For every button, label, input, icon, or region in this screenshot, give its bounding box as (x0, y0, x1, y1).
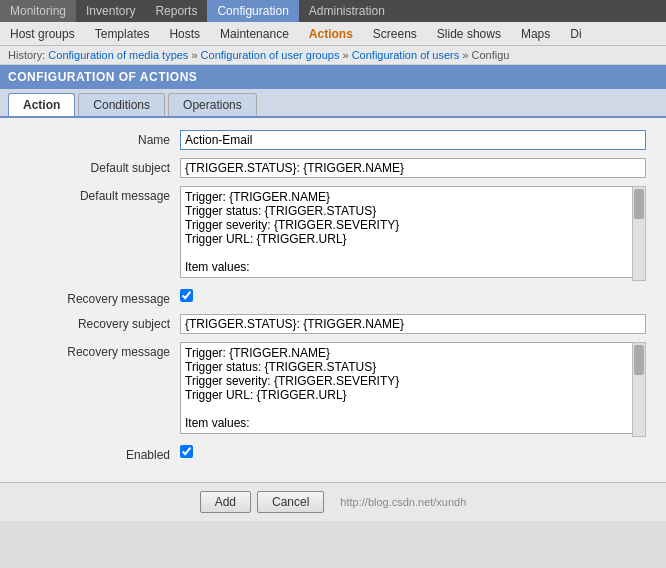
top-nav-reports[interactable]: Reports (145, 0, 207, 22)
second-nav-actions[interactable]: Actions (299, 23, 363, 45)
default-subject-row: Default subject (20, 158, 646, 178)
enabled-checkbox[interactable] (180, 445, 193, 458)
recovery-message-textarea[interactable]: Trigger: {TRIGGER.NAME} Trigger status: … (180, 342, 646, 434)
recovery-message-checkbox-label: Recovery message (20, 289, 180, 306)
tab-operations[interactable]: Operations (168, 93, 257, 116)
second-nav-maps[interactable]: Maps (511, 23, 560, 45)
default-message-label: Default message (20, 186, 180, 203)
second-nav-slide-shows[interactable]: Slide shows (427, 23, 511, 45)
recovery-message-row: Recovery message Trigger: {TRIGGER.NAME}… (20, 342, 646, 437)
default-subject-control (180, 158, 646, 178)
recovery-subject-control (180, 314, 646, 334)
default-subject-label: Default subject (20, 158, 180, 175)
breadcrumb-current: Configu (472, 49, 510, 61)
enabled-label: Enabled (20, 445, 180, 462)
recovery-message-checkbox-row: Recovery message (20, 289, 646, 306)
top-nav: Monitoring Inventory Reports Configurati… (0, 0, 666, 22)
second-nav-hosts[interactable]: Hosts (159, 23, 210, 45)
breadcrumb-user-groups[interactable]: Configuration of user groups (201, 49, 340, 61)
breadcrumb-media-types[interactable]: Configuration of media types (48, 49, 188, 61)
top-nav-administration[interactable]: Administration (299, 0, 395, 22)
name-control (180, 130, 646, 150)
form-area: Name Default subject Default message Tri… (0, 118, 666, 482)
name-row: Name (20, 130, 646, 150)
name-input[interactable] (180, 130, 646, 150)
recovery-message-wrapper: Trigger: {TRIGGER.NAME} Trigger status: … (180, 342, 646, 437)
tab-action[interactable]: Action (8, 93, 75, 116)
top-nav-configuration[interactable]: Configuration (207, 0, 298, 22)
default-message-scrollbar[interactable] (632, 186, 646, 281)
default-message-textarea[interactable]: Trigger: {TRIGGER.NAME} Trigger status: … (180, 186, 646, 278)
enabled-row: Enabled (20, 445, 646, 462)
second-nav: Host groups Templates Hosts Maintenance … (0, 22, 666, 46)
top-nav-monitoring[interactable]: Monitoring (0, 0, 76, 22)
recovery-subject-input[interactable] (180, 314, 646, 334)
add-button[interactable]: Add (200, 491, 251, 513)
recovery-subject-row: Recovery subject (20, 314, 646, 334)
second-nav-screens[interactable]: Screens (363, 23, 427, 45)
breadcrumb-users[interactable]: Configuration of users (352, 49, 460, 61)
second-nav-host-groups[interactable]: Host groups (0, 23, 85, 45)
recovery-message-scrollbar[interactable] (632, 342, 646, 437)
recovery-message-checkbox[interactable] (180, 289, 193, 302)
recovery-message-label2: Recovery message (20, 342, 180, 359)
tab-conditions[interactable]: Conditions (78, 93, 165, 116)
default-message-row: Default message Trigger: {TRIGGER.NAME} … (20, 186, 646, 281)
tabs: Action Conditions Operations (0, 89, 666, 118)
default-message-wrapper: Trigger: {TRIGGER.NAME} Trigger status: … (180, 186, 646, 281)
default-message-control: Trigger: {TRIGGER.NAME} Trigger status: … (180, 186, 646, 281)
recovery-subject-label: Recovery subject (20, 314, 180, 331)
section-title: CONFIGURATION OF ACTIONS (0, 65, 666, 89)
name-label: Name (20, 130, 180, 147)
default-message-scrollbar-thumb (634, 189, 644, 219)
recovery-message-control: Trigger: {TRIGGER.NAME} Trigger status: … (180, 342, 646, 437)
footer-url: http://blog.csdn.net/xundh (340, 496, 466, 508)
top-nav-inventory[interactable]: Inventory (76, 0, 145, 22)
second-nav-maintenance[interactable]: Maintenance (210, 23, 299, 45)
cancel-button[interactable]: Cancel (257, 491, 324, 513)
breadcrumb-prefix: History: (8, 49, 45, 61)
recovery-message-scrollbar-thumb (634, 345, 644, 375)
default-subject-input[interactable] (180, 158, 646, 178)
footer: Add Cancel http://blog.csdn.net/xundh (0, 482, 666, 521)
recovery-message-checkbox-control (180, 289, 646, 305)
enabled-control (180, 445, 646, 461)
second-nav-di[interactable]: Di (560, 23, 591, 45)
second-nav-templates[interactable]: Templates (85, 23, 160, 45)
breadcrumb: History: Configuration of media types » … (0, 46, 666, 65)
